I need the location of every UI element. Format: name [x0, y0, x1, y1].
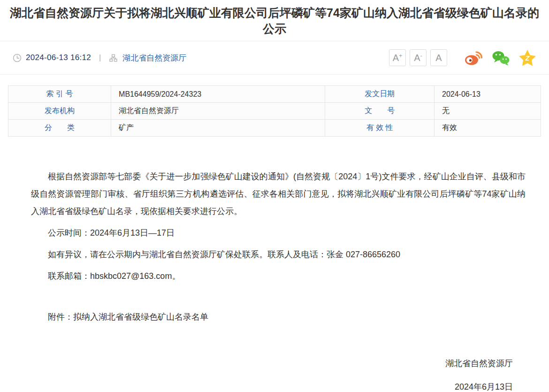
- issue-date-label: 发文日期: [325, 86, 435, 103]
- paragraph-main: 根据自然资源部等七部委《关于进一步加强绿色矿山建设的通知》(自然资规〔2024〕…: [31, 168, 526, 220]
- font-increase-label: A: [393, 53, 399, 62]
- source-sitemap-icon: [109, 54, 118, 62]
- publishing-agency-value: 湖北省自然资源厅: [111, 103, 325, 120]
- article-body: 根据自然资源部等七部委《关于进一步加强绿色矿山建设的通知》(自然资规〔2024〕…: [0, 168, 549, 392]
- paragraph-email: 联系邮箱：hbskbc027@163.com。: [31, 268, 526, 285]
- clock-icon: [13, 54, 22, 62]
- publishing-agency-label: 发布机构: [8, 103, 111, 120]
- table-row: 分 类 矿产 有 效 性 有效: [8, 120, 541, 137]
- signature-date: 2024年6月13日: [31, 378, 513, 392]
- document-number-label: 文 号: [325, 103, 435, 120]
- category-value: 矿产: [111, 120, 325, 137]
- weibo-share-icon[interactable]: [464, 50, 483, 66]
- font-increase-button[interactable]: A+: [389, 49, 406, 66]
- font-reset-button[interactable]: A: [430, 49, 447, 66]
- signature-org: 湖北省自然资源厅: [31, 355, 513, 372]
- meta-right: A+ A- A: [389, 49, 536, 66]
- source-link[interactable]: 湖北省自然资源厅: [122, 53, 186, 63]
- issue-date-value: 2024-06-13: [434, 86, 541, 103]
- signature-block: 湖北省自然资源厅 2024年6月13日: [31, 355, 526, 392]
- font-decrease-button[interactable]: A-: [410, 49, 427, 66]
- table-row: 发布机构 湖北省自然资源厅 文 号 无: [8, 103, 541, 120]
- title-section: 湖北省自然资源厅关于拟将湖北兴顺矿业有限公司后坪磷矿等74家矿山纳入湖北省省级绿…: [0, 0, 549, 41]
- font-decrease-mod: -: [420, 53, 422, 59]
- font-increase-mod: +: [399, 53, 402, 59]
- attachment-link[interactable]: 附件：拟纳入湖北省省级绿色矿山名录名单: [31, 308, 526, 326]
- index-number-value: MB1644959/2024-24323: [111, 86, 325, 103]
- document-number-value: 无: [434, 103, 541, 120]
- category-label: 分 类: [8, 120, 111, 137]
- font-reset-label: A: [435, 53, 442, 62]
- table-row: 索 引 号 MB1644959/2024-24323 发文日期 2024-06-…: [8, 86, 541, 103]
- meta-left: 2024-06-13 16:12 | 湖北省自然资源厅: [13, 53, 186, 63]
- wechat-share-icon[interactable]: [491, 50, 510, 66]
- qzone-letter: Z: [525, 54, 530, 62]
- paragraph-contact: 如有异议，请在公示期内与湖北省自然资源厅矿保处联系。联系人及电话：张金 027-…: [31, 246, 526, 263]
- validity-label: 有 效 性: [325, 120, 435, 137]
- validity-value: 有效: [434, 120, 541, 137]
- document-info-table: 索 引 号 MB1644959/2024-24323 发文日期 2024-06-…: [8, 85, 541, 137]
- qzone-share-icon[interactable]: Z: [518, 49, 536, 66]
- publish-datetime: 2024-06-13 16:12: [26, 53, 91, 62]
- font-decrease-label: A: [414, 53, 420, 62]
- meta-bar: 2024-06-13 16:12 | 湖北省自然资源厅 A+ A- A: [0, 41, 549, 75]
- index-number-label: 索 引 号: [8, 86, 111, 103]
- paragraph-notice-period: 公示时间：2024年6月13日—17日: [31, 224, 526, 242]
- page-title: 湖北省自然资源厅关于拟将湖北兴顺矿业有限公司后坪磷矿等74家矿山纳入湖北省省级绿…: [7, 5, 542, 37]
- meta-separator: |: [99, 54, 101, 62]
